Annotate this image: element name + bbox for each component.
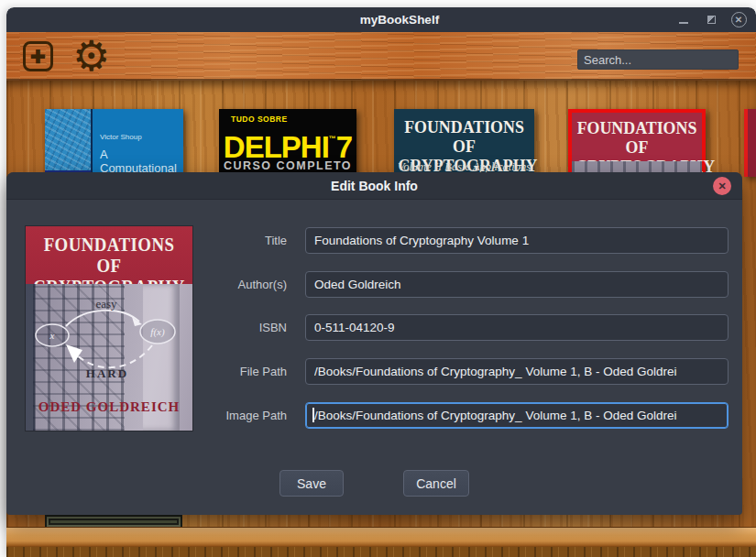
title-input[interactable]	[305, 227, 729, 254]
file-path-label: File Path	[126, 365, 287, 378]
cancel-button[interactable]: Cancel	[403, 470, 469, 497]
desktop-background: myBookShelf ✕ ✚ ⚙ Victor Shoup	[0, 0, 756, 557]
window-title: myBookShelf	[323, 13, 439, 27]
dialog-header[interactable]: Edit Book Info ✕	[6, 172, 742, 200]
gear-icon: ⚙	[72, 32, 110, 80]
dialog-close-button[interactable]: ✕	[713, 177, 731, 195]
shelf-board	[6, 527, 756, 547]
book-delphi-7[interactable]: TUDO SOBRE DELPHI™7 CURSO COMPLETO	[219, 109, 356, 177]
book-foundations-cryptography-vol2[interactable]: FOUNDATIONS OF CRYPTOGRAPHY Volume II Ba…	[394, 109, 534, 177]
book-subtitle: CURSO COMPLETO	[219, 159, 356, 172]
add-book-icon: ✚	[30, 48, 46, 66]
dialog-title: Edit Book Info	[331, 179, 418, 193]
close-button[interactable]: ✕	[730, 12, 747, 28]
edit-book-dialog: Edit Book Info ✕ FOUNDATIONS OF CRYPTOGR…	[6, 172, 742, 515]
file-path-input[interactable]	[305, 358, 729, 385]
isbn-input[interactable]	[305, 314, 729, 341]
authors-input[interactable]	[305, 271, 729, 298]
image-path-input[interactable]	[305, 402, 729, 429]
window-controls: ✕	[675, 7, 747, 32]
book-partial-right-edge[interactable]	[744, 109, 756, 177]
isbn-label: ISBN	[126, 321, 287, 334]
title-label: Title	[126, 234, 287, 247]
book-cover-art	[45, 109, 93, 177]
form-row-authors: Author(s)	[6, 271, 742, 298]
text-cursor	[312, 408, 314, 422]
toolbar: ✚ ⚙	[6, 32, 756, 81]
form-row-title: Title	[6, 227, 742, 254]
maximize-button[interactable]	[703, 12, 719, 28]
save-button[interactable]: Save	[279, 470, 344, 497]
image-path-label: Image Path	[126, 409, 287, 422]
minimize-icon	[679, 22, 688, 24]
book-cover-text: Victor Shoup A Computational Introductio…	[93, 109, 183, 177]
book-computational-introduction[interactable]: Victor Shoup A Computational Introductio…	[45, 109, 183, 177]
add-book-button[interactable]: ✚	[23, 41, 53, 71]
maximize-icon	[707, 16, 716, 24]
authors-label: Author(s)	[126, 278, 287, 291]
book-author: Victor Shoup	[100, 133, 142, 141]
settings-button[interactable]: ⚙	[72, 32, 110, 80]
form-row-image-path: Image Path	[6, 402, 742, 429]
easy-label: easy	[95, 297, 116, 311]
trademark-symbol: ™	[329, 135, 336, 143]
form-row-file-path: File Path	[6, 358, 742, 385]
search-input[interactable]	[577, 49, 739, 70]
close-icon: ✕	[731, 12, 747, 27]
form-row-isbn: ISBN	[6, 314, 742, 341]
lower-shelf-wood	[6, 547, 756, 557]
titlebar[interactable]: myBookShelf ✕	[6, 7, 756, 32]
book-foundations-cryptography-vol1-selected[interactable]: FOUNDATIONS OF CRYPTOGRAPHY	[568, 109, 706, 177]
minimize-button[interactable]	[675, 12, 692, 28]
